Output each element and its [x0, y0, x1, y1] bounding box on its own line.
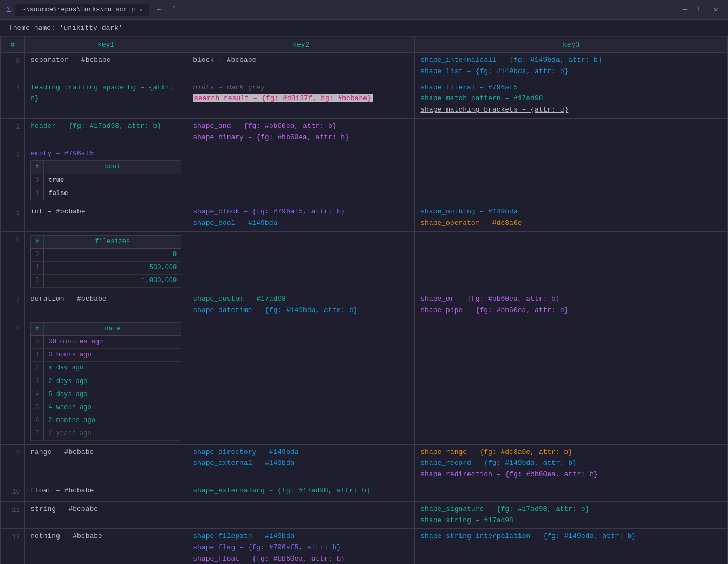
row-index: 10: [1, 483, 25, 501]
cell-text: leading_trailing_space_bg – {attr: n}: [30, 83, 174, 103]
inner-row-index: 7: [31, 427, 44, 440]
cell-6-2: [187, 231, 415, 291]
inner-row-index: 4: [31, 388, 44, 401]
cell-text: shape_flag – {fg: #796af5, attr: b}: [193, 543, 341, 552]
inner-row-index: 0: [31, 248, 44, 261]
app-icon: Σ: [6, 5, 11, 14]
cell-3-2: [187, 146, 415, 204]
cell-10-2: shape_externalarg – {fg: #17ad98, attr: …: [187, 483, 415, 501]
new-tab-button[interactable]: +: [153, 4, 164, 15]
cell-text: shape_filepath – #149bda: [193, 532, 294, 540]
cell-text: shape_nothing – #149bda: [420, 208, 517, 216]
cell-text: shape_bool – #149bda: [193, 219, 277, 227]
cell-9-2: shape_directory – #149bda shape_external…: [187, 444, 415, 483]
tabs-chevron[interactable]: ˅: [169, 4, 179, 15]
inner-col-date: date: [44, 322, 181, 335]
cell-text: shape_matching_brackets – {attr: u}: [420, 106, 568, 114]
cell-7-3: shape_or – {fg: #bb60ea, attr: b} shape_…: [415, 291, 728, 319]
inner-row-index: 2: [31, 275, 44, 288]
row-index: 2: [1, 118, 25, 146]
table-row: 9 range – #bcbabe shape_directory – #149…: [1, 444, 728, 483]
cell-12-1: nothing – #bcbabe: [25, 529, 187, 564]
cell-3-3: [415, 146, 728, 204]
cell-8-3: [415, 319, 728, 444]
inner-col-hash: #: [31, 235, 44, 248]
cell-text: shape_pipe – {fg: #bb60ea, attr: b}: [420, 306, 568, 314]
cell-2-2: shape_and – {fg: #bb60ea, attr: b} shape…: [187, 118, 415, 146]
minimize-button[interactable]: —: [680, 4, 691, 15]
cell-9-3: shape_range – {fg: #dc8a0e, attr: b} sha…: [415, 444, 728, 483]
inner-cell: 2 months ago: [44, 414, 181, 427]
titlebar: Σ ~\source\repos\forks\nu_scrip ✕ + ˅ — …: [0, 0, 728, 20]
main-table-container: # key1 key2 key3 0 separator - #bcbabe b…: [0, 37, 728, 564]
close-button[interactable]: ✕: [711, 4, 722, 15]
cell-6-3: [415, 231, 728, 291]
row-index: 9: [1, 444, 25, 483]
cell-text: shape_string – #17ad98: [420, 516, 514, 524]
cell-5-1: int – #bcbabe: [25, 204, 187, 231]
cell-text: shape_string_interpolation – {fg: #149bd…: [420, 532, 636, 540]
inner-row-index: 5: [31, 401, 44, 414]
table-row: 12 nothing – #bcbabe shape_filepath – #1…: [1, 529, 728, 564]
inner-cell: 30 minutes ago: [44, 336, 181, 349]
maximize-button[interactable]: □: [695, 4, 706, 15]
inner-row-index: 1: [31, 261, 44, 274]
cell-text: shape_redirection – {fg: #bb60ea, attr: …: [420, 470, 598, 478]
cell-1-3: shape_literal – #796af5 shape_match_patt…: [415, 80, 728, 118]
cell-1-2: hints – dark_gray search_result – {fg: #…: [187, 80, 415, 118]
cell-text: header – {fg: #17ad98, attr: b}: [30, 122, 161, 130]
cell-text: shape_datetime – {fg: #149bda, attr: b}: [193, 306, 358, 314]
cell-text: nothing – #bcbabe: [30, 532, 102, 540]
cell-text: shape_signature – {fg: #17ad98, attr: b}: [420, 505, 589, 513]
cell-10-1: float – #bcbabe: [25, 483, 187, 501]
inner-cell: 2 years ago: [44, 427, 181, 440]
table-row: 5 int – #bcbabe shape_block – {fg: #796a…: [1, 204, 728, 231]
inner-row-index: 0: [31, 174, 44, 187]
table-row: 11 string – #bcbabe shape_signature – {f…: [1, 501, 728, 529]
window-controls: — □ ✕: [680, 4, 722, 15]
cell-10-3: [415, 483, 728, 501]
table-row: 10 float – #bcbabe shape_externalarg – {…: [1, 483, 728, 501]
cell-text: shape_custom – #17ad98: [193, 295, 286, 303]
row-index: 11: [1, 501, 25, 529]
inner-cell: false: [44, 187, 181, 200]
inner-col-hash: #: [31, 161, 44, 174]
cell-5-2: shape_block – {fg: #796af5, attr: b} sha…: [187, 204, 415, 231]
cell-text: block - #bcbabe: [193, 56, 256, 64]
cell-12-2: shape_filepath – #149bda shape_flag – {f…: [187, 529, 415, 564]
row-index: 0: [1, 53, 25, 80]
cell-text: shape_literal – #796af5: [420, 83, 517, 92]
col-header-key1: key1: [25, 37, 187, 53]
cell-text: shape_external – #149bda: [193, 459, 294, 467]
cell-text: shape_binary – {fg: #bb60ea, attr: b}: [193, 133, 349, 141]
cell-2-1: header – {fg: #17ad98, attr: b}: [25, 118, 187, 146]
cell-text: separator - #bcbabe: [30, 56, 110, 64]
row-index: 12: [1, 529, 25, 564]
cell-2-3: [415, 118, 728, 146]
inner-cell: 1,000,000: [44, 275, 181, 288]
row-index: 7: [1, 291, 25, 319]
cell-7-2: shape_custom – #17ad98 shape_datetime – …: [187, 291, 415, 319]
tab-label: ~\source\repos\forks\nu_scrip: [22, 6, 135, 14]
col-header-key3: key3: [415, 37, 728, 53]
inner-row-index: 1: [31, 349, 44, 362]
cell-text: shape_range – {fg: #dc8a0e, attr: b}: [420, 448, 573, 456]
cell-1-1: leading_trailing_space_bg – {attr: n}: [25, 80, 187, 118]
cell-5-3: shape_nothing – #149bda shape_operator –…: [415, 204, 728, 231]
inner-table-filesizes: # filesizes 0 0 1 500,000: [30, 235, 181, 288]
row-index: 6: [1, 231, 25, 291]
cell-11-1: string – #bcbabe: [25, 501, 187, 529]
cell-text: shape_float – {fg: #bb60ea, attr: b}: [193, 555, 345, 563]
close-tab-icon[interactable]: ✕: [139, 7, 142, 13]
cell-11-3: shape_signature – {fg: #17ad98, attr: b}…: [415, 501, 728, 529]
inner-cell: true: [44, 174, 181, 187]
cell-text: shape_block – {fg: #796af5, attr: b}: [193, 208, 345, 216]
cell-0-1: separator - #bcbabe: [25, 53, 187, 80]
cell-7-1: duration – #bcbabe: [25, 291, 187, 319]
data-table: # key1 key2 key3 0 separator - #bcbabe b…: [0, 37, 728, 564]
row-index: 5: [1, 204, 25, 231]
active-tab[interactable]: ~\source\repos\forks\nu_scrip ✕: [15, 4, 149, 16]
inner-cell: 0: [44, 248, 181, 261]
cell-11-2: [187, 501, 415, 529]
cell-text: shape_internalcall – {fg: #149bda, attr:…: [420, 56, 602, 64]
